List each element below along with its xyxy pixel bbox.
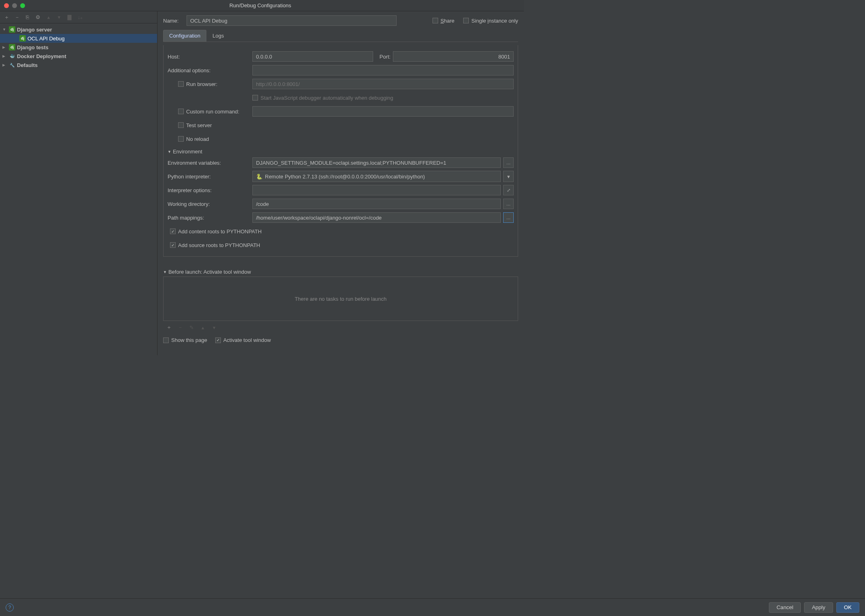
tree-label: Django server xyxy=(17,27,52,33)
collapse-arrow-icon: ▼ xyxy=(168,150,171,154)
name-input[interactable] xyxy=(187,15,397,26)
remove-task-icon[interactable]: － xyxy=(176,323,184,331)
checkbox-icon xyxy=(170,242,176,248)
copy-config-icon[interactable]: ⎘ xyxy=(23,13,31,21)
before-launch-tasks: There are no tasks to run before launch xyxy=(163,277,518,321)
window-title: Run/Debug Configurations xyxy=(25,2,495,8)
additional-options-input[interactable] xyxy=(252,65,514,75)
tree-item-docker-deployment[interactable]: ▶ 🐳 Docker Deployment xyxy=(0,52,157,61)
interpreter-select[interactable]: 🐍 Remote Python 2.7.13 (ssh://root@0.0.0… xyxy=(252,171,501,182)
django-icon: dj xyxy=(9,26,15,33)
tree-label: Docker Deployment xyxy=(17,53,66,59)
config-form: Host: Port: Additional options: Run brow… xyxy=(163,45,518,257)
task-toolbar: ＋ － ✎ ▴ ▾ xyxy=(163,321,518,334)
checkbox-icon xyxy=(432,18,438,23)
tabs: Configuration Logs xyxy=(163,30,518,42)
minimize-window-icon[interactable] xyxy=(12,3,17,8)
activate-tool-window-checkbox[interactable]: Activate tool window xyxy=(215,337,271,343)
sidebar-toolbar: ＋ － ⎘ ⚙ ▴ ▾ ▇ ↓ₐ xyxy=(0,11,157,23)
tree-label: Django tests xyxy=(17,44,48,50)
python-icon: 🐍 xyxy=(256,174,262,180)
remove-config-icon[interactable]: － xyxy=(13,13,21,21)
settings-icon[interactable]: ⚙ xyxy=(34,13,42,21)
env-vars-input[interactable] xyxy=(252,157,501,168)
name-label: Name: xyxy=(163,18,183,24)
env-vars-browse-icon[interactable]: … xyxy=(503,157,514,168)
move-down-icon[interactable]: ▾ xyxy=(55,13,63,21)
before-launch-header[interactable]: ▼ Before launch: Activate tool window xyxy=(163,269,518,275)
custom-run-input xyxy=(252,106,514,117)
add-task-icon[interactable]: ＋ xyxy=(165,323,173,331)
share-checkbox[interactable]: SSharehare xyxy=(432,18,455,24)
test-server-checkbox[interactable]: Test server xyxy=(168,122,248,128)
move-task-up-icon[interactable]: ▴ xyxy=(199,323,207,331)
working-dir-label: Working directory: xyxy=(168,201,248,207)
show-page-checkbox[interactable]: Show this page xyxy=(163,337,207,343)
add-source-roots-checkbox[interactable]: Add source roots to PYTHONPATH xyxy=(170,242,260,248)
before-launch-section: ▼ Before launch: Activate tool window Th… xyxy=(163,265,518,343)
port-label: Port: xyxy=(380,54,391,60)
environment-section-header[interactable]: ▼ Environment xyxy=(168,149,514,155)
start-js-debugger-checkbox[interactable]: Start JavaScript debugger automatically … xyxy=(252,95,393,101)
tab-configuration[interactable]: Configuration xyxy=(163,30,206,42)
additional-options-label: Additional options: xyxy=(168,67,248,73)
checkbox-icon xyxy=(252,95,258,101)
checkbox-icon xyxy=(163,337,169,343)
run-browser-checkbox[interactable]: Run browser: xyxy=(168,81,248,87)
interpreter-dropdown-icon[interactable]: ▾ xyxy=(503,171,514,182)
sidebar: ＋ － ⎘ ⚙ ▴ ▾ ▇ ↓ₐ ▼ dj Django server dj O… xyxy=(0,11,157,355)
working-dir-input[interactable] xyxy=(252,199,501,209)
checkbox-icon xyxy=(178,81,184,87)
django-icon: dj xyxy=(9,44,15,50)
move-task-down-icon[interactable]: ▾ xyxy=(210,323,218,331)
tree-item-django-server[interactable]: ▼ dj Django server xyxy=(0,25,157,34)
run-browser-input xyxy=(252,79,514,89)
path-mappings-input[interactable] xyxy=(252,212,501,223)
add-config-icon[interactable]: ＋ xyxy=(2,13,10,21)
tree-label: Defaults xyxy=(17,62,38,68)
path-mappings-label: Path mappings: xyxy=(168,215,248,221)
checkbox-icon xyxy=(178,109,184,114)
close-window-icon[interactable] xyxy=(4,3,9,8)
host-input[interactable] xyxy=(252,51,373,62)
custom-run-checkbox[interactable]: Custom run command: xyxy=(168,109,248,115)
window-controls xyxy=(4,3,25,8)
expand-arrow-icon[interactable]: ▶ xyxy=(2,54,7,58)
maximize-window-icon[interactable] xyxy=(20,3,25,8)
single-instance-checkbox[interactable]: Single instance onlySingle instance only xyxy=(463,18,518,24)
tree-label: OCL API Debug xyxy=(27,36,65,42)
add-content-roots-checkbox[interactable]: Add content roots to PYTHONPATH xyxy=(170,228,262,235)
tree-item-defaults[interactable]: ▶ 🔧 Defaults xyxy=(0,61,157,69)
checkbox-icon xyxy=(463,18,469,23)
env-vars-label: Environment variables: xyxy=(168,160,248,166)
tree-item-ocl-api-debug[interactable]: dj OCL API Debug xyxy=(0,34,157,43)
folder-icon[interactable]: ▇ xyxy=(65,13,73,21)
port-input[interactable] xyxy=(393,51,514,62)
tree-item-django-tests[interactable]: ▶ dj Django tests xyxy=(0,43,157,52)
expand-arrow-icon[interactable]: ▼ xyxy=(2,27,7,31)
interp-opts-input[interactable] xyxy=(252,185,501,195)
sort-icon[interactable]: ↓ₐ xyxy=(76,13,84,21)
expand-field-icon[interactable]: ⤢ xyxy=(503,185,514,195)
no-reload-checkbox[interactable]: No reload xyxy=(168,136,248,142)
checkbox-icon xyxy=(178,136,184,142)
empty-tasks-text: There are no tasks to run before launch xyxy=(295,296,387,302)
checkbox-icon xyxy=(215,337,221,343)
path-mappings-browse-icon[interactable]: … xyxy=(503,212,514,223)
checkbox-icon xyxy=(170,228,176,234)
edit-task-icon[interactable]: ✎ xyxy=(187,323,195,331)
wrench-icon: 🔧 xyxy=(9,62,15,68)
tab-logs[interactable]: Logs xyxy=(206,30,230,42)
host-label: Host: xyxy=(168,54,248,60)
interpreter-label: Python interpreter: xyxy=(168,174,248,180)
checkbox-icon xyxy=(178,122,184,128)
docker-icon: 🐳 xyxy=(9,53,15,59)
collapse-arrow-icon: ▼ xyxy=(163,270,167,274)
interp-opts-label: Interpreter options: xyxy=(168,187,248,193)
working-dir-browse-icon[interactable]: … xyxy=(503,199,514,209)
expand-arrow-icon[interactable]: ▶ xyxy=(2,63,7,67)
move-up-icon[interactable]: ▴ xyxy=(44,13,52,21)
expand-arrow-icon[interactable]: ▶ xyxy=(2,45,7,49)
django-icon: dj xyxy=(19,35,26,42)
name-row: Name: SSharehare Single instance onlySin… xyxy=(163,15,518,26)
